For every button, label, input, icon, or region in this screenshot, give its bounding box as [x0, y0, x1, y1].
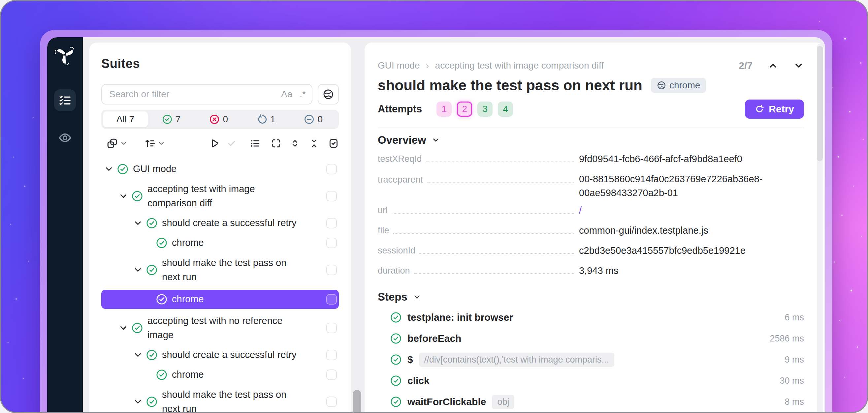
- breadcrumb-item[interactable]: accepting test with image comparison dif…: [435, 60, 604, 71]
- step-name: waitForClickable: [407, 396, 486, 407]
- chevron-down-icon[interactable]: [118, 191, 128, 201]
- step-row[interactable]: $ //div[contains(text(),'test with image…: [378, 350, 804, 370]
- focus-view-button[interactable]: [271, 138, 281, 149]
- chevron-down-icon: [157, 139, 165, 147]
- sparkle-star: [28, 261, 29, 262]
- regex-toggle[interactable]: .*: [300, 89, 306, 100]
- sidebar-item-suites[interactable]: [54, 89, 76, 111]
- chevron-down-icon[interactable]: [133, 265, 143, 275]
- list-icon: [250, 138, 260, 149]
- step-selector-chip: //div[contains(text(),'test with image c…: [419, 353, 614, 367]
- tree-row-checkbox[interactable]: [326, 350, 337, 360]
- attempt-pill-1[interactable]: 1: [436, 102, 452, 117]
- sparkle-star: [16, 298, 17, 300]
- group-icon: [106, 138, 118, 149]
- attempt-pill-4[interactable]: 4: [498, 102, 513, 117]
- passed-status-icon: [156, 369, 167, 380]
- checkbox-check-icon: [328, 138, 339, 149]
- step-row[interactable]: waitForClickable obj 8 ms: [378, 392, 804, 412]
- tree-row[interactable]: should make the test pass on next run: [101, 385, 339, 413]
- tree-row-checkbox[interactable]: [326, 164, 337, 174]
- step-row[interactable]: click 30 ms: [378, 371, 804, 390]
- chevron-down-icon[interactable]: [133, 350, 143, 360]
- select-all-button[interactable]: [328, 138, 339, 149]
- chevron-down-icon[interactable]: [118, 323, 128, 333]
- overview-value: c2bd3e50e3a415557bfc9edb5e19921e: [579, 244, 804, 257]
- match-case-toggle[interactable]: Aa: [281, 89, 292, 100]
- filter-all[interactable]: All 7: [103, 111, 148, 127]
- overview-value: 3,943 ms: [579, 264, 804, 278]
- detail-scrollbar-track[interactable]: [817, 44, 823, 413]
- step-duration: 2586 ms: [770, 334, 804, 344]
- filter-retried[interactable]: 1: [243, 114, 290, 125]
- overview-url-link[interactable]: /: [579, 203, 804, 217]
- previous-test-button[interactable]: [768, 60, 778, 71]
- breadcrumb-item[interactable]: GUI mode: [378, 60, 420, 71]
- tree-row-label: GUI mode: [133, 162, 177, 176]
- tree-row[interactable]: should create a successful retry: [101, 213, 339, 233]
- chevron-down-icon[interactable]: [133, 218, 143, 228]
- chevron-down-icon[interactable]: [133, 397, 143, 407]
- filter-passed[interactable]: 7: [148, 114, 195, 125]
- tree-row[interactable]: GUI mode: [101, 159, 339, 179]
- sort-by-button[interactable]: [144, 138, 165, 149]
- chevron-down-icon: [432, 136, 440, 144]
- tree-row-checkbox[interactable]: [326, 191, 337, 201]
- tree-row-label: accepting test with image comparison dif…: [148, 182, 255, 211]
- step-row[interactable]: testplane: init browser 6 ms: [378, 308, 804, 327]
- search-input[interactable]: [101, 84, 312, 104]
- browser-filter-button[interactable]: [318, 84, 339, 104]
- detail-scrollbar-thumb[interactable]: [817, 46, 823, 161]
- tree-row-label: should make the test pass on next run: [162, 256, 286, 284]
- step-name: click: [407, 375, 430, 386]
- accept-all-button[interactable]: [227, 138, 237, 148]
- tree-row[interactable]: should create a successful retry: [101, 345, 339, 365]
- list-view-button[interactable]: [250, 138, 260, 149]
- tree-row-checkbox[interactable]: [326, 218, 337, 229]
- overview-row: file common-gui/index.testplane.js: [378, 222, 804, 238]
- run-tests-button[interactable]: [209, 138, 219, 149]
- tree-row[interactable]: chrome: [101, 233, 339, 253]
- filter-skipped[interactable]: 0: [290, 114, 338, 125]
- tree-row-selected[interactable]: chrome: [101, 290, 339, 309]
- tree-row-checkbox[interactable]: [326, 294, 337, 305]
- steps-section-header[interactable]: Steps: [378, 290, 804, 304]
- tree-row-label: accepting test with no reference image: [148, 314, 282, 342]
- tree-row-checkbox[interactable]: [326, 238, 337, 248]
- passed-status-icon: [156, 237, 167, 248]
- tree-row-checkbox[interactable]: [326, 323, 337, 333]
- tree-row-checkbox[interactable]: [326, 370, 337, 380]
- step-row[interactable]: beforeEach 2586 ms: [378, 329, 804, 348]
- passed-count: 7: [176, 114, 181, 125]
- sparkle-star: [819, 21, 820, 22]
- tree-row[interactable]: accepting test with no reference image: [101, 311, 339, 345]
- attempt-pill-2-selected[interactable]: 2: [457, 102, 472, 117]
- screenshot-root: Suites Aa .* All 7: [0, 0, 868, 413]
- collapse-all-button[interactable]: [309, 138, 319, 148]
- passed-status-icon: [390, 396, 402, 407]
- expand-all-button[interactable]: [290, 138, 300, 148]
- group-by-button[interactable]: [106, 138, 128, 149]
- suites-scrollbar-thumb[interactable]: [353, 390, 361, 413]
- breadcrumb: GUI mode › accepting test with image com…: [378, 60, 604, 71]
- next-test-button[interactable]: [794, 60, 804, 71]
- tree-row[interactable]: should make the test pass on next run: [101, 253, 339, 287]
- brackets-icon: [271, 138, 281, 149]
- sparkle-star: [832, 88, 833, 88]
- fold-icon: [309, 138, 319, 148]
- attempts-label: Attempts: [378, 103, 422, 115]
- tree-row-checkbox[interactable]: [326, 265, 337, 275]
- overview-section-header[interactable]: Overview: [378, 134, 804, 147]
- filter-failed[interactable]: 0: [195, 114, 243, 125]
- sort-icon: [144, 138, 155, 149]
- tree-row[interactable]: accepting test with image comparison dif…: [101, 179, 339, 213]
- tree-row[interactable]: chrome: [101, 365, 339, 385]
- retry-button[interactable]: Retry: [745, 100, 804, 119]
- minus-circle-icon: [304, 114, 314, 124]
- sidebar-item-visual-checks[interactable]: [58, 131, 72, 145]
- step-duration: 30 ms: [780, 376, 804, 386]
- chevron-down-icon[interactable]: [104, 164, 114, 174]
- attempt-pill-3[interactable]: 3: [477, 102, 493, 117]
- tree-row-label: chrome: [172, 236, 204, 250]
- tree-row-checkbox[interactable]: [326, 397, 337, 407]
